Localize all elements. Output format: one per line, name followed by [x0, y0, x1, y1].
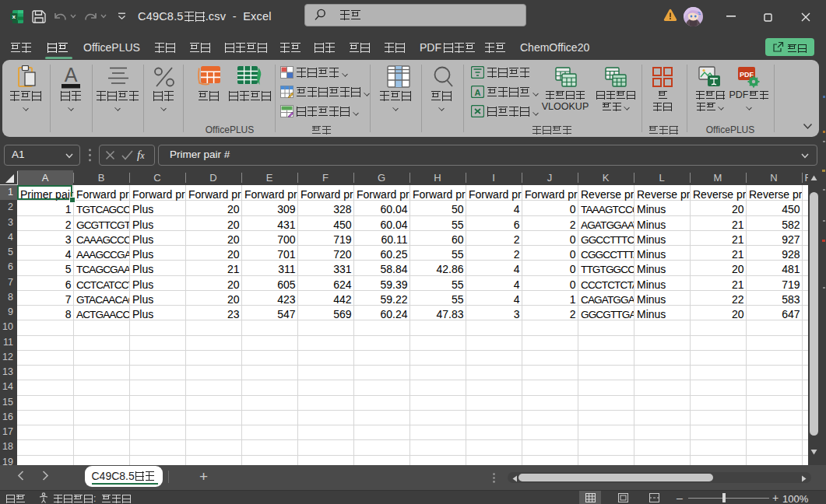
svg-text:PDF: PDF — [740, 71, 754, 79]
svg-text:A: A — [475, 88, 481, 97]
svg-text:A: A — [65, 65, 78, 86]
svg-text:x: x — [12, 13, 16, 20]
